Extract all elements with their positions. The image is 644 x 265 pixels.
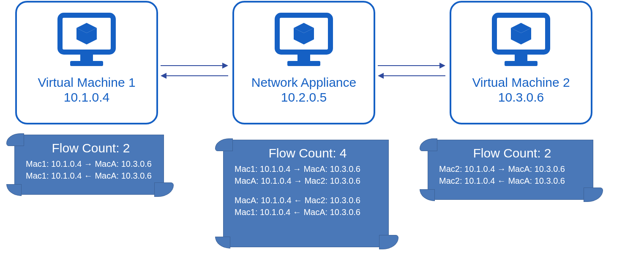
node-ip: 10.2.0.5 [234,90,374,105]
flow-panel-appliance: Flow Count: 4 Mac1: 10.1.0.4 → MacA: 10.… [223,140,389,247]
node-title: Virtual Machine 2 [451,75,591,90]
flow-entry: Mac2: 10.1.0.4 ← MacA: 10.3.0.6 [439,175,585,187]
scroll-curl-icon [6,184,22,196]
flow-count-title: Flow Count: 2 [26,141,156,155]
flow-entry: MacA: 10.1.0.4 → Mac2: 10.3.0.6 [235,175,381,187]
flow-entry: Mac1: 10.1.0.4 ← MacA: 10.3.0.6 [26,170,156,182]
scroll-curl-icon [215,237,230,248]
scroll-curl-icon [420,189,435,201]
node-title: Network Appliance [234,75,374,90]
scroll-curl-icon [379,235,398,249]
vm-icon [489,10,553,74]
node-vm2: Virtual Machine 2 10.3.0.6 [450,1,592,124]
vm-icon [55,10,118,74]
node-ip: 10.1.0.4 [17,90,156,105]
node-vm1: Virtual Machine 1 10.1.0.4 [15,1,158,124]
scroll-curl-icon [215,138,233,151]
flow-entry: Mac1: 10.1.0.4 ← MacA: 10.3.0.6 [235,206,381,218]
scroll-curl-icon [584,188,603,202]
node-ip: 10.3.0.6 [451,90,591,105]
flow-count-title: Flow Count: 4 [235,146,381,160]
node-appliance: Network Appliance 10.2.0.5 [232,1,375,124]
flow-entry: Mac1: 10.1.0.4 → MacA: 10.3.0.6 [235,163,381,175]
scroll-curl-icon [6,133,24,146]
node-title: Virtual Machine 1 [17,75,156,90]
bidirectional-arrow-right [378,63,445,80]
flow-entry: Mac2: 10.1.0.4 → MacA: 10.3.0.6 [439,163,585,175]
scroll-curl-icon [154,182,174,197]
vm-icon [272,10,336,74]
flow-panel-vm1: Flow Count: 2 Mac1: 10.1.0.4 → MacA: 10.… [14,135,164,195]
bidirectional-arrow-left [161,63,228,80]
flow-entry: MacA: 10.1.0.4 ← Mac2: 10.3.0.6 [235,194,381,206]
flow-count-title: Flow Count: 2 [439,146,585,160]
flow-panel-vm2: Flow Count: 2 Mac2: 10.1.0.4 → MacA: 10.… [428,140,593,200]
flow-entry: Mac1: 10.1.0.4 → MacA: 10.3.0.6 [26,158,156,170]
scroll-curl-icon [420,138,437,151]
